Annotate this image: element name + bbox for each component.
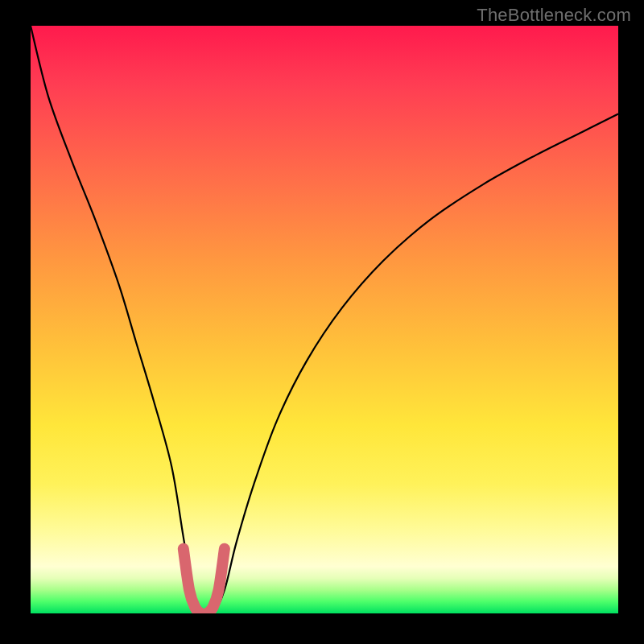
curve-layer	[31, 26, 618, 613]
watermark-text: TheBottleneck.com	[477, 5, 631, 26]
valley-highlight	[184, 549, 225, 613]
bottleneck-curve	[31, 26, 618, 613]
chart-frame: TheBottleneck.com	[0, 0, 644, 644]
plot-area	[31, 26, 618, 613]
